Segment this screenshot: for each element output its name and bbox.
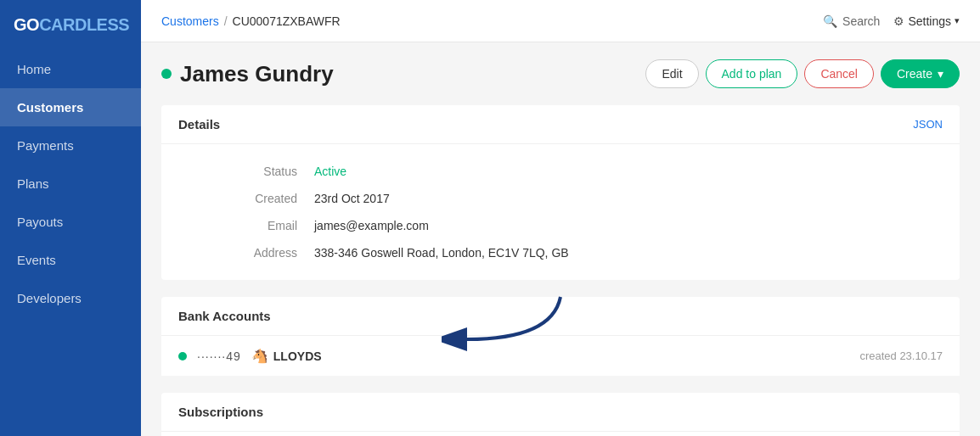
search-button[interactable]: 🔍 Search — [823, 14, 880, 28]
address-value: 338-346 Goswell Road, London, EC1V 7LQ, … — [314, 246, 569, 260]
app-logo: GOCARDLESS — [0, 0, 141, 50]
status-label: Status — [229, 165, 297, 178]
subscription-item: Gold plan £10.00 every month created 23.… — [161, 432, 960, 436]
topbar: Customers / CU00071ZXBAWFR 🔍 Search ⚙ Se… — [141, 0, 980, 42]
create-button[interactable]: Create ▾ — [881, 59, 960, 88]
create-chevron-icon: ▾ — [938, 67, 943, 81]
bank-account-number: ·······49 — [197, 349, 241, 363]
sidebar-nav: Home Customers Payments Plans Payouts Ev… — [0, 50, 141, 317]
sidebar-item-home[interactable]: Home — [0, 50, 141, 88]
edit-button[interactable]: Edit — [645, 59, 698, 88]
sidebar: GOCARDLESS Home Customers Payments Plans… — [0, 0, 141, 436]
details-section: Details JSON Status Active Created 23rd … — [161, 105, 960, 280]
logo-go: GO — [14, 15, 39, 34]
cancel-button[interactable]: Cancel — [804, 59, 874, 88]
details-row-created: Created 23rd Oct 2017 — [229, 185, 926, 212]
created-label: Created — [229, 192, 297, 205]
create-label: Create — [897, 67, 932, 81]
subscriptions-section: Subscriptions Gold plan £10.00 every mon… — [161, 393, 960, 436]
email-label: Email — [229, 219, 297, 232]
page-content: James Gundry Edit Add to plan Cancel Cre… — [141, 42, 980, 436]
header-buttons: Edit Add to plan Cancel Create ▾ — [645, 59, 960, 88]
details-row-status: Status Active — [229, 158, 926, 185]
customer-status-dot — [161, 69, 172, 79]
search-icon: 🔍 — [823, 14, 837, 28]
address-label: Address — [229, 246, 297, 260]
search-label: Search — [842, 14, 880, 28]
sidebar-item-payouts[interactable]: Payouts — [0, 203, 141, 241]
breadcrumb-separator: / — [224, 14, 228, 28]
sidebar-item-events[interactable]: Events — [0, 241, 141, 279]
created-value: 23rd Oct 2017 — [314, 192, 390, 205]
breadcrumb-current: CU00071ZXBAWFR — [233, 14, 341, 28]
bank-created-date: created 23.10.17 — [859, 349, 943, 362]
sidebar-item-customers[interactable]: Customers — [0, 88, 141, 126]
details-row-email: Email james@example.com — [229, 212, 926, 239]
subscriptions-title: Subscriptions — [178, 405, 263, 419]
details-table: Status Active Created 23rd Oct 2017 Emai… — [161, 144, 960, 280]
status-value: Active — [314, 165, 346, 178]
email-value: james@example.com — [314, 219, 429, 232]
details-row-address: Address 338-346 Goswell Road, London, EC… — [229, 239, 926, 266]
main-content: Customers / CU00071ZXBAWFR 🔍 Search ⚙ Se… — [141, 0, 980, 436]
customer-name: James Gundry — [180, 61, 334, 87]
bank-name: LLOYDS — [273, 349, 322, 363]
customer-name-area: James Gundry — [161, 61, 334, 87]
settings-button[interactable]: ⚙ Settings ▾ — [893, 14, 960, 28]
json-link[interactable]: JSON — [913, 118, 943, 131]
bank-item[interactable]: ·······49 🐴 LLOYDS created 23.10.17 — [161, 336, 960, 376]
customer-header: James Gundry Edit Add to plan Cancel Cre… — [161, 59, 960, 88]
details-section-header: Details JSON — [161, 105, 960, 144]
settings-label: Settings — [908, 14, 951, 28]
logo-cardless: CARDLESS — [39, 15, 129, 34]
bank-accounts-section: Bank Accounts ·······49 🐴 LLOYDS created… — [161, 297, 960, 376]
chevron-down-icon: ▾ — [955, 15, 960, 26]
bank-status-dot — [178, 352, 187, 361]
bank-accounts-header: Bank Accounts — [161, 297, 960, 336]
gear-icon: ⚙ — [893, 14, 904, 28]
subscriptions-list: Gold plan £10.00 every month created 23.… — [161, 432, 960, 436]
bank-list: ·······49 🐴 LLOYDS created 23.10.17 — [161, 336, 960, 376]
topbar-right: 🔍 Search ⚙ Settings ▾ — [823, 14, 960, 28]
bank-logo-icon: 🐴 — [251, 348, 268, 364]
bank-accounts-title: Bank Accounts — [178, 309, 271, 323]
sidebar-item-plans[interactable]: Plans — [0, 165, 141, 203]
details-title: Details — [178, 117, 220, 131]
sidebar-item-payments[interactable]: Payments — [0, 126, 141, 165]
breadcrumb: Customers / CU00071ZXBAWFR — [161, 14, 341, 28]
add-to-plan-button[interactable]: Add to plan — [706, 59, 798, 88]
subscriptions-header: Subscriptions — [161, 393, 960, 432]
sidebar-item-developers[interactable]: Developers — [0, 279, 141, 317]
breadcrumb-parent-link[interactable]: Customers — [161, 14, 219, 28]
